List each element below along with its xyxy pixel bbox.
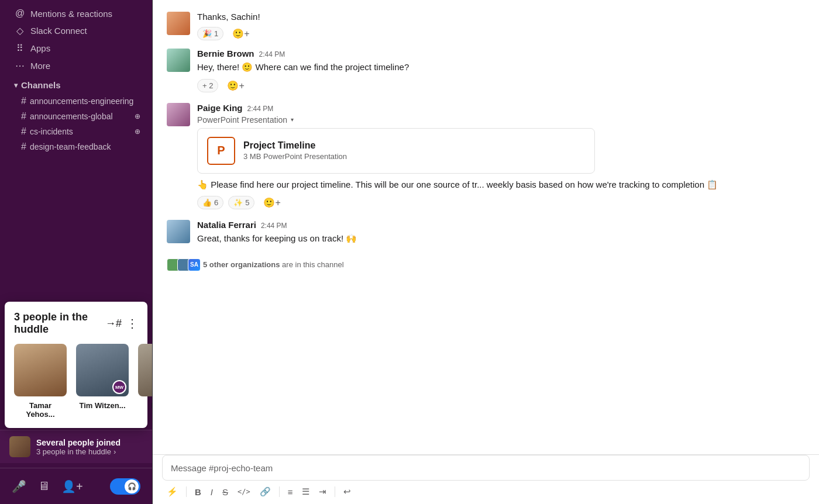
huddle-title: 3 people in the huddle <box>14 311 105 336</box>
huddle-avatar-tim: MW <box>76 344 129 396</box>
bottom-icons: 🎤 🖥 👤+ <box>12 479 83 493</box>
sidebar-item-mentions-label: Mentions & reactions <box>30 9 112 19</box>
channel-item-cs-incidents[interactable]: # cs-incidents ⊕ <box>5 125 147 139</box>
screen-share-icon[interactable]: 🖥 <box>38 479 50 493</box>
reaction-button[interactable]: 🎉 1 <box>197 27 223 40</box>
org-avatars: SA <box>167 258 198 271</box>
file-attachment[interactable]: P Project Timeline 3 MB PowerPoint Prese… <box>197 128 595 174</box>
indent-button[interactable]: ⇥ <box>315 484 330 499</box>
microphone-icon[interactable]: 🎤 <box>12 479 26 493</box>
message-reactions-bernie: + 2 🙂+ <box>197 78 805 94</box>
headphone-toggle[interactable]: 🎧 <box>110 478 140 495</box>
org-notice: SA 5 other organizations are in this cha… <box>167 255 805 275</box>
hash-icon: # <box>21 96 26 106</box>
ppt-dropdown-icon[interactable]: ▾ <box>291 116 294 123</box>
huddle-person-tim[interactable]: MW Tim Witzen... <box>76 344 129 419</box>
channel-item-announcements-engineering[interactable]: # announcements-engineering <box>5 94 147 108</box>
hash-icon: # <box>21 141 26 152</box>
message-group-paige: Paige King 2:44 PM PowerPoint Presentati… <box>167 103 805 211</box>
avatar-bernie <box>167 49 190 72</box>
notification-title: Several people joined <box>36 438 121 447</box>
add-reaction-button[interactable]: 🙂+ <box>228 26 253 42</box>
org-notice-text: 5 other organizations are in this channe… <box>203 260 344 269</box>
bold-button[interactable]: B <box>191 485 205 499</box>
partial-message-text: Thanks, Sachin! <box>197 12 260 22</box>
message-author-paige: Paige King <box>197 103 243 113</box>
message-input-area: Message #proj-echo-team ⚡ B I S </> 🔗 ≡ … <box>153 454 819 504</box>
huddle-popup: 3 people in the huddle →# ⋮ Tamar Yehos.… <box>5 302 147 428</box>
huddle-header: 3 people in the huddle →# ⋮ <box>14 311 138 336</box>
channel-item-left: # cs-incidents <box>21 126 73 137</box>
sidebar-bottom-toolbar: 🎤 🖥 👤+ 🎧 <box>0 468 152 504</box>
link-icon: ⊕ <box>135 112 140 120</box>
sidebar-item-apps[interactable]: ⠿ Apps <box>5 40 147 57</box>
message-reactions-paige: 👍 6 ✨ 5 🙂+ <box>197 195 805 210</box>
sidebar-item-more[interactable]: ⋯ More <box>5 57 147 74</box>
org-avatar-3: SA <box>188 258 201 271</box>
huddle-person-name-tim: Tim Witzen... <box>79 401 125 410</box>
message-group-natalia: Natalia Ferrari 2:44 PM Great, thanks fo… <box>167 220 805 246</box>
message-author-bernie: Bernie Brown <box>197 49 254 58</box>
file-info: Project Timeline 3 MB PowerPoint Present… <box>243 140 347 161</box>
bullet-list-button[interactable]: ≡ <box>284 485 297 499</box>
sidebar-notification[interactable]: Several people joined 3 people in the hu… <box>0 430 152 463</box>
sidebar-item-mentions[interactable]: @ Mentions & reactions <box>5 5 147 22</box>
link-icon: ⊕ <box>135 127 140 136</box>
headphone-knob: 🎧 <box>125 479 139 493</box>
toolbar-divider-2 <box>279 486 280 497</box>
add-person-icon[interactable]: 👤+ <box>61 479 83 493</box>
message-text-paige: 👆 Please find here our project timeline.… <box>197 178 805 192</box>
message-text-natalia: Great, thanks for keeping us on track! 🙌 <box>197 232 805 246</box>
huddle-more-button[interactable]: ⋮ <box>126 316 138 330</box>
reaction-button-plus2[interactable]: + 2 <box>197 79 218 92</box>
sidebar: @ Mentions & reactions ◇ Slack Connect ⠿… <box>0 0 152 504</box>
message-time-paige: 2:44 PM <box>247 105 274 113</box>
message-content-paige: Paige King 2:44 PM PowerPoint Presentati… <box>197 103 805 211</box>
italic-button[interactable]: I <box>207 485 216 499</box>
reaction-button-thumbsup[interactable]: 👍 6 <box>197 196 223 209</box>
diamond-icon: ◇ <box>14 25 26 36</box>
reaction-button-sparkles[interactable]: ✨ 5 <box>228 196 254 209</box>
at-icon: @ <box>14 8 26 19</box>
huddle-join-button[interactable]: →# <box>105 317 122 330</box>
channel-name: cs-incidents <box>30 127 73 136</box>
sidebar-item-more-label: More <box>30 61 50 71</box>
channel-item-left: # announcements-engineering <box>21 96 133 106</box>
channel-item-design-team-feedback[interactable]: # design-team-feedback <box>5 140 147 154</box>
huddle-person-tamar[interactable]: Tamar Yehos... <box>14 344 67 419</box>
undo-button[interactable]: ↩ <box>340 484 355 499</box>
file-icon: P <box>207 137 235 165</box>
hyperlink-button[interactable]: 🔗 <box>256 484 274 499</box>
channels-header[interactable]: ▾ Channels <box>5 75 147 93</box>
huddle-person-enhao[interactable]: En Hao <box>138 344 152 419</box>
huddle-avatars: Tamar Yehos... MW Tim Witzen... En Hao <box>14 344 138 419</box>
huddle-avatar-tamar <box>14 344 67 396</box>
add-reaction-button-paige[interactable]: 🙂+ <box>259 195 284 210</box>
main-content: Thanks, Sachin! 🎉 1 🙂+ Bernie Brown <box>152 0 819 504</box>
ppt-label: PowerPoint Presentation ▾ <box>197 115 805 125</box>
notification-avatar <box>9 436 30 457</box>
message-input-box[interactable]: Message #proj-echo-team <box>162 455 810 481</box>
channel-name: design-team-feedback <box>30 142 111 151</box>
strikethrough-button[interactable]: S <box>219 485 232 499</box>
channel-item-left: # announcements-global <box>21 111 113 122</box>
channels-header-label: Channels <box>21 80 61 90</box>
message-text-bernie: Hey, there! 🙂 Where can we find the proj… <box>197 61 805 74</box>
message-content-bernie: Bernie Brown 2:44 PM Hey, there! 🙂 Where… <box>197 49 805 94</box>
ordered-list-button[interactable]: ☰ <box>298 484 313 499</box>
sidebar-item-slack-connect[interactable]: ◇ Slack Connect <box>5 22 147 39</box>
lightning-button[interactable]: ⚡ <box>163 484 181 499</box>
message-header-bernie: Bernie Brown 2:44 PM <box>197 49 805 58</box>
channel-item-announcements-global[interactable]: # announcements-global ⊕ <box>5 109 147 123</box>
message-header-paige: Paige King 2:44 PM <box>197 103 805 113</box>
message-time-natalia: 2:44 PM <box>261 222 287 230</box>
file-meta: 3 MB PowerPoint Presentation <box>243 152 347 161</box>
file-name: Project Timeline <box>243 140 347 151</box>
message-placeholder: Message #proj-echo-team <box>171 463 273 473</box>
add-reaction-button-bernie[interactable]: 🙂+ <box>223 78 248 94</box>
hash-icon: # <box>21 111 26 122</box>
huddle-avatar-badge-tim: MW <box>112 380 126 394</box>
code-button[interactable]: </> <box>234 485 254 498</box>
notification-arrow: › <box>113 447 116 456</box>
avatar-paige <box>167 103 190 126</box>
